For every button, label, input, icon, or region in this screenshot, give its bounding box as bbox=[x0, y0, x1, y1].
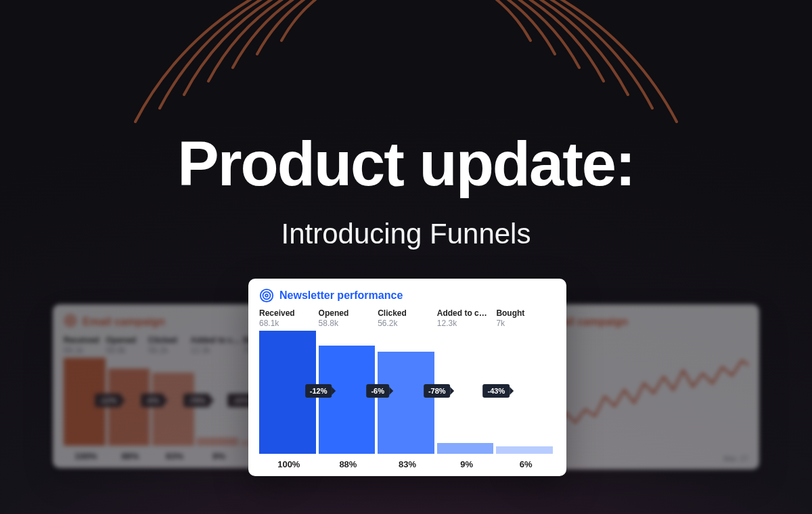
stage-label: Added to c… bbox=[437, 308, 494, 318]
stage-pct: 9% bbox=[437, 459, 497, 469]
funnel-bar bbox=[437, 443, 494, 454]
drop-badge: -43% bbox=[483, 384, 510, 398]
stage-count: 7k bbox=[496, 319, 553, 328]
stage-count: 58.8k bbox=[319, 319, 376, 328]
svg-point-8 bbox=[265, 294, 268, 297]
funnel-bar bbox=[378, 352, 434, 454]
drop-badge: -78% bbox=[424, 384, 451, 398]
stage-label: Bought bbox=[496, 308, 553, 318]
stage-pct: 88% bbox=[319, 459, 378, 469]
stage-count: 58.8k bbox=[106, 346, 146, 355]
stage-count: 12.3k bbox=[191, 346, 241, 355]
stage-pct: 83% bbox=[378, 459, 437, 469]
funnel-bar bbox=[496, 446, 553, 454]
swirl-icon bbox=[259, 288, 274, 303]
stage-label: Clicked bbox=[378, 308, 434, 318]
stage-label: Received bbox=[259, 308, 316, 318]
drop-badge: -6% bbox=[366, 384, 389, 398]
funnel-bar bbox=[319, 346, 376, 454]
stage-header-row: Received68.1k Opened58.8k Clicked56.2k A… bbox=[259, 308, 556, 328]
stage-count: 12.3k bbox=[437, 319, 494, 328]
card-header: Newsletter performance bbox=[259, 288, 556, 303]
stage-label: Opened bbox=[106, 335, 146, 345]
svg-point-7 bbox=[263, 292, 271, 300]
drop-badge: -12% bbox=[95, 394, 122, 407]
stage-label: Opened bbox=[319, 308, 376, 318]
funnel-card-main: Newsletter performance Received68.1k Ope… bbox=[248, 279, 566, 476]
stage-pct-row: 100% 88% 83% 9% 6% bbox=[259, 459, 556, 469]
swirl-icon bbox=[64, 314, 77, 330]
stage-pct: 88% bbox=[108, 451, 153, 461]
svg-point-0 bbox=[65, 315, 76, 327]
funnel-bar bbox=[197, 438, 239, 446]
svg-point-2 bbox=[69, 319, 71, 321]
stage-pct: 83% bbox=[152, 451, 197, 461]
funnel-bar bbox=[152, 373, 194, 446]
stage-count: 56.2k bbox=[378, 319, 434, 328]
stage-count: 68.1k bbox=[259, 319, 316, 328]
stage-pct: 6% bbox=[496, 459, 556, 469]
stage-pct: 100% bbox=[259, 459, 319, 469]
ghost-left-title: Email campaign bbox=[83, 316, 165, 328]
stage-label: Added to c… bbox=[191, 335, 241, 345]
page-subtitle: Introducing Funnels bbox=[0, 218, 812, 250]
drop-badge: -12% bbox=[305, 384, 332, 398]
funnel-bar bbox=[108, 369, 150, 446]
card-title: Newsletter performance bbox=[279, 289, 403, 302]
stage-label: Received bbox=[64, 335, 104, 345]
funnel-bar bbox=[64, 358, 106, 446]
stage-pct: 100% bbox=[64, 451, 108, 461]
stage-count: 56.2k bbox=[148, 346, 188, 355]
stage-pct: 9% bbox=[197, 451, 242, 461]
page-title: Product update: bbox=[0, 128, 812, 200]
stage-label: Clicked bbox=[148, 335, 188, 345]
stage-count: 68.1k bbox=[64, 346, 104, 355]
funnel-bars: -12% -6% -78% -43% bbox=[259, 328, 556, 454]
drop-badge: -78% bbox=[183, 394, 210, 407]
xtick: Mar. 27 bbox=[723, 454, 748, 463]
svg-point-1 bbox=[67, 317, 74, 324]
drop-badge: -6% bbox=[141, 394, 164, 407]
